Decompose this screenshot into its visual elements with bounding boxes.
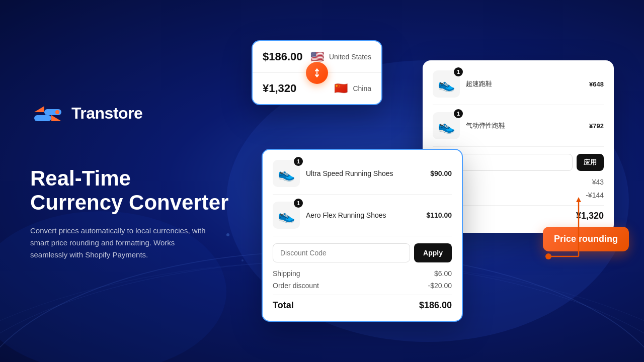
usd-flag-wrapper: 🇺🇸 United States <box>310 50 371 63</box>
en-total-row: Total $186.00 <box>273 295 452 311</box>
en-shipping-row: Shipping $6.00 <box>273 269 452 278</box>
svg-marker-5 <box>34 106 44 112</box>
cn-item-1-image: 👟 1 <box>433 70 460 98</box>
en-discount-input[interactable] <box>273 243 410 262</box>
brand-name: Transtore <box>71 104 142 123</box>
arrow-decoration <box>538 196 599 277</box>
svg-point-9 <box>55 110 59 114</box>
cn-item-2-image: 👟 1 <box>433 112 460 139</box>
cn-item-2-badge: 1 <box>454 109 463 118</box>
cn-cart-item-1: 👟 1 超速跑鞋 ¥648 <box>433 70 604 105</box>
main-container: Transtore Real-Time Currency Converter C… <box>0 0 644 362</box>
en-item-2-image: 👟 1 <box>273 202 300 229</box>
en-item-1-image: 👟 1 <box>273 160 300 187</box>
cn-item-2-price: ¥792 <box>589 122 604 130</box>
svg-marker-7 <box>51 115 61 121</box>
en-item-1-emoji: 👟 <box>278 165 295 182</box>
en-cart-item-2: 👟 1 Aero Flex Running Shoes $110.00 <box>273 202 452 236</box>
logo-icon <box>30 101 65 126</box>
usd-country: United States <box>329 53 371 61</box>
cny-country: China <box>353 84 371 93</box>
en-checkout-card: 👟 1 Ultra Speed Running Shoes $90.00 👟 1… <box>262 149 463 322</box>
en-total-value: $186.00 <box>419 300 452 311</box>
en-item-2-name: Aero Flex Running Shoes <box>306 211 420 219</box>
cn-item-2-name: 气动弹性跑鞋 <box>466 121 583 130</box>
en-item-1-badge: 1 <box>294 157 303 166</box>
cn-item-1-price: ¥648 <box>589 80 604 88</box>
en-item-1-price: $90.00 <box>430 169 452 177</box>
en-discount-label: Order discount <box>273 282 319 290</box>
swap-button[interactable] <box>306 62 328 84</box>
en-total-label: Total <box>273 300 294 311</box>
svg-marker-12 <box>576 197 581 202</box>
en-discount-summary-row: Order discount -$20.00 <box>273 282 452 290</box>
headline-line1: Real-Time <box>30 166 242 191</box>
en-discount-value: -$20.00 <box>428 282 452 290</box>
cn-item-2-emoji: 👟 <box>438 118 455 134</box>
hero-subtext: Convert prices automatically to local cu… <box>30 225 211 261</box>
currency-converter-card: $186.00 🇺🇸 United States ¥1,320 🇨🇳 <box>252 40 382 105</box>
cn-shipping-value: ¥43 <box>592 178 604 187</box>
cny-amount: ¥1,320 <box>263 82 328 95</box>
svg-point-13 <box>545 253 551 259</box>
en-item-2-price: $110.00 <box>426 211 452 219</box>
cn-item-1-badge: 1 <box>454 67 463 76</box>
headline-line2: Currency Converter <box>30 191 242 215</box>
usd-amount: $186.00 <box>263 50 304 63</box>
left-panel: Transtore Real-Time Currency Converter C… <box>30 101 242 261</box>
headline: Real-Time Currency Converter <box>30 166 242 215</box>
en-discount-row: Apply <box>273 243 452 262</box>
cn-flag-icon: 🇨🇳 <box>334 82 348 95</box>
en-apply-button[interactable]: Apply <box>414 243 452 262</box>
cn-apply-button[interactable]: 应用 <box>577 154 604 171</box>
en-shipping-value: $6.00 <box>434 269 452 278</box>
cn-item-1-emoji: 👟 <box>438 76 455 93</box>
cn-item-1-name: 超速跑鞋 <box>466 79 583 88</box>
cn-cart-item-2: 👟 1 气动弹性跑鞋 ¥792 <box>433 112 604 147</box>
logo: Transtore <box>30 101 242 126</box>
en-item-2-emoji: 👟 <box>278 207 295 224</box>
en-item-2-badge: 1 <box>294 199 303 208</box>
cny-flag-wrapper: 🇨🇳 China <box>334 82 371 95</box>
right-panel: $186.00 🇺🇸 United States ¥1,320 🇨🇳 <box>242 30 614 332</box>
en-shipping-label: Shipping <box>273 269 300 278</box>
svg-rect-8 <box>34 115 51 121</box>
en-item-1-name: Ultra Speed Running Shoes <box>306 169 424 177</box>
en-cart-item-1: 👟 1 Ultra Speed Running Shoes $90.00 <box>273 160 452 195</box>
